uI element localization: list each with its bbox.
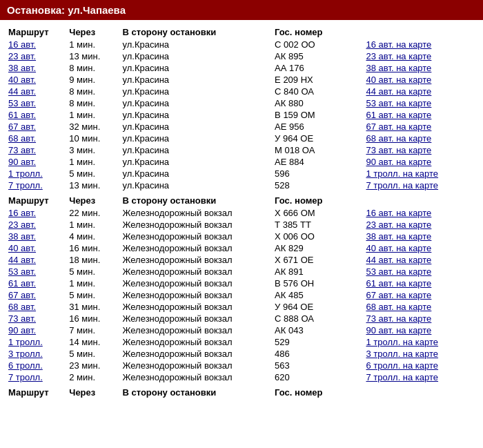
- route-link[interactable]: 73 авт.: [8, 313, 36, 324]
- route-cell: 90 авт.: [6, 324, 66, 336]
- route-cell: 61 авт.: [6, 109, 66, 121]
- route-cell: 61 авт.: [6, 277, 66, 289]
- direction-cell: Железнодорожный вокзал: [119, 289, 272, 301]
- column-header: В сторону остановки: [119, 383, 272, 399]
- map-cell: 1 тролл. на карте: [363, 336, 477, 348]
- route-link[interactable]: 16 авт.: [8, 39, 36, 50]
- direction-cell: Железнодорожный вокзал: [119, 277, 272, 289]
- route-link[interactable]: 73 авт.: [8, 145, 36, 155]
- map-link[interactable]: 40 авт. на карте: [366, 75, 431, 85]
- map-link[interactable]: 53 авт. на карте: [366, 98, 431, 108]
- map-link[interactable]: 61 авт. на карте: [366, 278, 431, 289]
- map-link[interactable]: 61 авт. на карте: [366, 110, 431, 120]
- map-link[interactable]: 44 авт. на карте: [366, 86, 431, 97]
- map-link[interactable]: 68 авт. на карте: [366, 133, 431, 144]
- map-cell: 44 авт. на карте: [363, 254, 477, 266]
- map-link[interactable]: 40 авт. на карте: [366, 243, 431, 253]
- table-row: 23 авт.13 мин.ул.КрасинаАК 89523 авт. на…: [6, 50, 477, 62]
- route-cell: 44 авт.: [6, 86, 66, 97]
- route-link[interactable]: 38 авт.: [8, 231, 36, 242]
- direction-cell: ул.Красина: [119, 109, 272, 121]
- table-row: 90 авт.1 мин.ул.КрасинаАЕ 88490 авт. на …: [6, 156, 477, 168]
- route-link[interactable]: 16 авт.: [8, 208, 36, 218]
- map-link[interactable]: 16 авт. на карте: [366, 39, 431, 50]
- route-cell: 67 авт.: [6, 289, 66, 301]
- route-link[interactable]: 90 авт.: [8, 325, 36, 335]
- route-cell: 53 авт.: [6, 97, 66, 109]
- map-link[interactable]: 38 авт. на карте: [366, 231, 431, 242]
- map-link[interactable]: 53 авт. на карте: [366, 266, 431, 277]
- table-row: 61 авт.1 мин.Железнодорожный вокзалВ 576…: [6, 277, 477, 289]
- route-cell: 23 авт.: [6, 50, 66, 62]
- map-link[interactable]: 16 авт. на карте: [366, 208, 431, 218]
- route-link[interactable]: 44 авт.: [8, 86, 36, 97]
- route-link[interactable]: 38 авт.: [8, 63, 36, 73]
- map-link[interactable]: 1 тролл. на карте: [366, 337, 438, 347]
- map-link[interactable]: 90 авт. на карте: [366, 157, 431, 167]
- route-link[interactable]: 7 тролл.: [8, 372, 43, 382]
- route-cell: 38 авт.: [6, 231, 66, 242]
- map-link[interactable]: 3 тролл. на карте: [366, 349, 438, 359]
- route-link[interactable]: 61 авт.: [8, 278, 36, 289]
- column-header: [363, 383, 477, 399]
- route-link[interactable]: 1 тролл.: [8, 168, 43, 179]
- map-link[interactable]: 38 авт. на карте: [366, 63, 431, 73]
- map-link[interactable]: 73 авт. на карте: [366, 313, 431, 324]
- map-cell: 73 авт. на карте: [363, 144, 477, 156]
- route-link[interactable]: 23 авт.: [8, 51, 36, 61]
- time-cell: 3 мин.: [66, 144, 119, 156]
- map-link[interactable]: 23 авт. на карте: [366, 220, 431, 230]
- map-link[interactable]: 7 тролл. на карте: [366, 372, 438, 382]
- direction-cell: Железнодорожный вокзал: [119, 231, 272, 242]
- plate-cell: 596: [272, 168, 363, 179]
- time-cell: 5 мин.: [66, 348, 119, 360]
- direction-cell: Железнодорожный вокзал: [119, 242, 272, 254]
- direction-cell: Железнодорожный вокзал: [119, 336, 272, 348]
- route-link[interactable]: 1 тролл.: [8, 337, 43, 347]
- route-link[interactable]: 67 авт.: [8, 121, 36, 132]
- map-link[interactable]: 1 тролл. на карте: [366, 168, 438, 179]
- map-cell: 68 авт. на карте: [363, 301, 477, 313]
- route-cell: 6 тролл.: [6, 360, 66, 371]
- map-link[interactable]: 73 авт. на карте: [366, 145, 431, 155]
- route-link[interactable]: 6 тролл.: [8, 360, 43, 371]
- route-link[interactable]: 90 авт.: [8, 157, 36, 167]
- route-link[interactable]: 7 тролл.: [8, 180, 43, 191]
- time-cell: 8 мин.: [66, 86, 119, 97]
- map-link[interactable]: 44 авт. на карте: [366, 255, 431, 265]
- route-link[interactable]: 40 авт.: [8, 75, 36, 85]
- time-cell: 8 мин.: [66, 62, 119, 74]
- route-link[interactable]: 44 авт.: [8, 255, 36, 265]
- map-link[interactable]: 6 тролл. на карте: [366, 360, 438, 371]
- route-link[interactable]: 23 авт.: [8, 220, 36, 230]
- map-link[interactable]: 67 авт. на карте: [366, 121, 431, 132]
- column-header-row: МаршрутЧерезВ сторону остановкиГос. номе…: [6, 191, 477, 207]
- plate-cell: АК 895: [272, 50, 363, 62]
- route-link[interactable]: 53 авт.: [8, 98, 36, 108]
- route-cell: 40 авт.: [6, 242, 66, 254]
- map-cell: 16 авт. на карте: [363, 207, 477, 219]
- map-link[interactable]: 23 авт. на карте: [366, 51, 431, 61]
- table-row: 44 авт.8 мин.ул.КрасинаС 840 ОА44 авт. н…: [6, 86, 477, 97]
- route-link[interactable]: 40 авт.: [8, 243, 36, 253]
- map-cell: 40 авт. на карте: [363, 242, 477, 254]
- map-link[interactable]: 68 авт. на карте: [366, 302, 431, 312]
- main-content: МаршрутЧерезВ сторону остановкиГос. номе…: [0, 20, 483, 402]
- direction-cell: ул.Красина: [119, 144, 272, 156]
- map-link[interactable]: 67 авт. на карте: [366, 290, 431, 300]
- time-cell: 32 мин.: [66, 121, 119, 133]
- route-link[interactable]: 3 тролл.: [8, 349, 43, 359]
- route-link[interactable]: 67 авт.: [8, 290, 36, 300]
- plate-cell: 486: [272, 348, 363, 360]
- route-link[interactable]: 68 авт.: [8, 302, 36, 312]
- route-cell: 23 авт.: [6, 219, 66, 231]
- table-row: 73 авт.16 мин.Железнодорожный вокзалС 88…: [6, 313, 477, 324]
- route-link[interactable]: 68 авт.: [8, 133, 36, 144]
- route-link[interactable]: 61 авт.: [8, 110, 36, 120]
- map-link[interactable]: 7 тролл. на карте: [366, 180, 438, 191]
- plate-cell: АА 176: [272, 62, 363, 74]
- map-cell: 44 авт. на карте: [363, 86, 477, 97]
- map-link[interactable]: 90 авт. на карте: [366, 325, 431, 335]
- route-link[interactable]: 53 авт.: [8, 266, 36, 277]
- direction-cell: ул.Красина: [119, 39, 272, 50]
